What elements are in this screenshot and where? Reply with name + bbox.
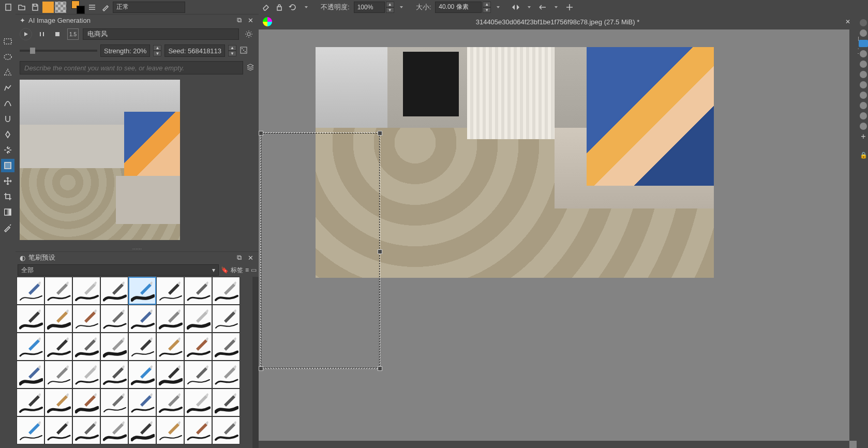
settings-gear-icon[interactable] bbox=[243, 28, 255, 40]
blend-mode-select[interactable] bbox=[113, 2, 185, 13]
brush-preset[interactable] bbox=[128, 361, 156, 389]
alpha-lock-icon[interactable] bbox=[273, 1, 286, 13]
close-docker-icon[interactable]: ✕ bbox=[246, 253, 255, 262]
brush-preset[interactable] bbox=[156, 416, 184, 444]
transform-handle-ne[interactable] bbox=[378, 131, 382, 136]
document-tab-title[interactable]: 314405e30d064f23bf1be1f756f98c78.jpeg (2… bbox=[276, 18, 839, 26]
rect-select-tool[interactable] bbox=[1, 35, 14, 48]
brush-preset[interactable] bbox=[72, 277, 100, 305]
brush-preset[interactable] bbox=[156, 305, 184, 333]
strip-icon[interactable] bbox=[860, 71, 867, 78]
brush-preset[interactable] bbox=[128, 416, 156, 444]
size-input[interactable] bbox=[435, 2, 482, 13]
brush-preset[interactable] bbox=[212, 305, 240, 333]
brush-preset[interactable] bbox=[128, 333, 156, 361]
save-file-icon[interactable] bbox=[29, 1, 41, 13]
contiguous-select-tool[interactable] bbox=[1, 128, 14, 141]
transform-tool[interactable] bbox=[1, 159, 14, 172]
brush-preset[interactable] bbox=[44, 389, 72, 416]
strip-icon[interactable] bbox=[860, 92, 867, 99]
layers-icon[interactable] bbox=[246, 63, 255, 73]
brush-preset[interactable] bbox=[72, 361, 100, 389]
brush-preset[interactable] bbox=[44, 416, 72, 444]
crop-tool[interactable] bbox=[1, 190, 14, 203]
seed-spinner[interactable]: ▲▼ bbox=[228, 45, 236, 56]
brush-preset[interactable] bbox=[184, 416, 212, 444]
canvas-viewport[interactable] bbox=[259, 29, 857, 448]
freehand-select-tool[interactable] bbox=[1, 81, 14, 95]
strip-plus-icon[interactable]: + bbox=[860, 133, 867, 140]
strip-icon[interactable] bbox=[860, 29, 867, 37]
strip-icon[interactable] bbox=[860, 50, 867, 57]
eraser-mode-icon[interactable] bbox=[260, 1, 272, 13]
brush-preset[interactable] bbox=[184, 361, 212, 389]
strength-slider[interactable] bbox=[20, 50, 97, 52]
brush-preset[interactable] bbox=[128, 305, 156, 333]
brush-preset[interactable] bbox=[184, 333, 212, 361]
strip-icon[interactable] bbox=[860, 112, 867, 120]
brush-preset[interactable] bbox=[128, 389, 156, 416]
similar-select-tool[interactable] bbox=[1, 143, 14, 157]
strip-icon[interactable] bbox=[860, 123, 867, 130]
canvas-scrollbar-horizontal[interactable] bbox=[259, 441, 849, 448]
opacity-input[interactable] bbox=[354, 2, 385, 13]
strip-icon[interactable] bbox=[860, 102, 867, 109]
style-preset-select[interactable]: 电商风 bbox=[83, 28, 239, 40]
strip-lock-icon[interactable]: 🔒 bbox=[860, 152, 867, 159]
transform-bounding-box[interactable] bbox=[261, 133, 380, 368]
brush-preset[interactable] bbox=[156, 333, 184, 361]
prompt-input[interactable] bbox=[20, 61, 243, 74]
brush-preset[interactable] bbox=[212, 277, 240, 305]
brush-preset[interactable] bbox=[184, 305, 212, 333]
brush-preset[interactable] bbox=[156, 361, 184, 389]
brush-preset[interactable] bbox=[212, 389, 240, 416]
brush-preset[interactable] bbox=[156, 389, 184, 416]
brush-preset[interactable] bbox=[17, 389, 44, 416]
brush-preset[interactable] bbox=[72, 333, 100, 361]
brush-preset[interactable] bbox=[184, 389, 212, 416]
gradient-tool[interactable] bbox=[1, 205, 14, 219]
brush-preset[interactable] bbox=[72, 389, 100, 416]
canvas-scrollbar-vertical[interactable] bbox=[849, 29, 857, 441]
strength-field[interactable]: Strength: 20% bbox=[100, 44, 150, 57]
mirror-h-icon[interactable] bbox=[510, 1, 522, 13]
brush-preset[interactable] bbox=[128, 277, 156, 305]
pause-button[interactable] bbox=[36, 28, 48, 40]
list-view-icon[interactable]: ≡ bbox=[245, 266, 249, 274]
ellipse-select-tool[interactable] bbox=[1, 50, 14, 64]
dropdown-arrow-icon[interactable] bbox=[492, 1, 504, 13]
brush-preset[interactable] bbox=[100, 277, 128, 305]
brush-preset[interactable] bbox=[17, 416, 44, 444]
strength-spinner[interactable]: ▲▼ bbox=[153, 45, 161, 56]
opacity-spinner[interactable]: ▲▼ bbox=[386, 2, 394, 13]
brush-preset[interactable] bbox=[44, 361, 72, 389]
open-file-icon[interactable] bbox=[16, 1, 28, 13]
brush-preset[interactable] bbox=[17, 305, 44, 333]
tag-bookmark-icon[interactable]: 🔖 bbox=[221, 266, 229, 274]
float-docker-icon[interactable]: ⧉ bbox=[235, 16, 243, 24]
brush-preset[interactable] bbox=[17, 277, 44, 305]
magnetic-select-tool[interactable] bbox=[1, 112, 14, 126]
brush-preset[interactable] bbox=[100, 389, 128, 416]
brush-preset[interactable] bbox=[44, 305, 72, 333]
brush-scrollbar[interactable] bbox=[252, 277, 259, 448]
foreground-swatch[interactable] bbox=[42, 2, 54, 13]
brush-preset[interactable] bbox=[184, 277, 212, 305]
close-docker-icon[interactable]: ✕ bbox=[246, 16, 255, 24]
brush-preset[interactable] bbox=[44, 277, 72, 305]
brush-preset[interactable] bbox=[100, 305, 128, 333]
brush-preset[interactable] bbox=[44, 333, 72, 361]
stop-button[interactable] bbox=[52, 28, 63, 40]
transform-handle-nw[interactable] bbox=[259, 131, 263, 136]
close-tab-icon[interactable]: ✕ bbox=[843, 17, 852, 26]
brush-preset[interactable] bbox=[72, 305, 100, 333]
brush-preset[interactable] bbox=[156, 277, 184, 305]
brush-preset[interactable] bbox=[72, 416, 100, 444]
dropdown-arrow-icon[interactable] bbox=[395, 1, 408, 13]
wrap-around-icon[interactable] bbox=[563, 1, 576, 13]
brush-filter-select[interactable]: 全部▾ bbox=[18, 264, 219, 276]
brush-preset[interactable] bbox=[100, 361, 128, 389]
random-seed-icon[interactable] bbox=[240, 46, 248, 56]
seed-field[interactable]: Seed: 568418113 bbox=[164, 44, 225, 57]
transform-handle-sw[interactable] bbox=[259, 366, 263, 371]
